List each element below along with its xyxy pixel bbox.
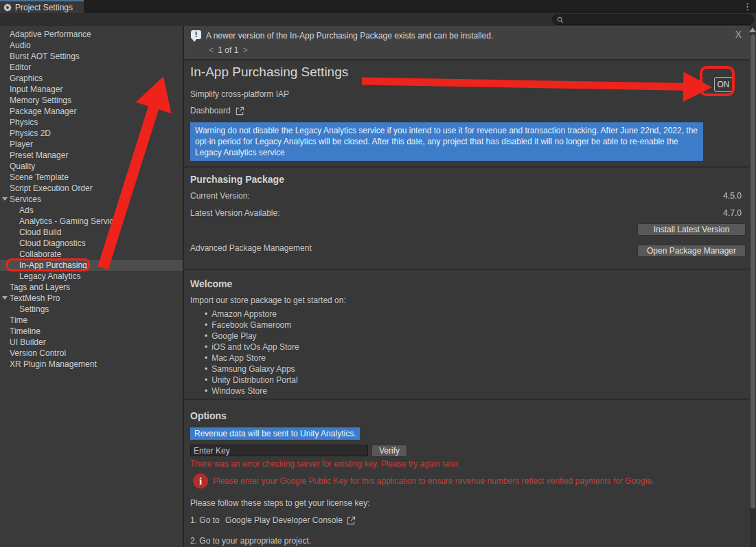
sidebar-item-label: TextMesh Pro <box>10 293 60 303</box>
sidebar-item-graphics[interactable]: Graphics <box>0 73 183 84</box>
sidebar-item-ui-builder[interactable]: UI Builder <box>0 337 183 348</box>
in-app-purchasing-settings-panel: ! A newer version of the In-App Purchasi… <box>184 26 750 547</box>
sidebar-item-preset-manager[interactable]: Preset Manager <box>0 150 183 161</box>
close-icon[interactable]: X <box>735 29 742 40</box>
title-bar: Project Settings ⋮ <box>0 0 756 13</box>
legacy-analytics-warning: Warning do not disable the Legacy Analyt… <box>190 122 703 161</box>
expander-triangle-icon[interactable] <box>2 296 8 300</box>
step-2: 2. Go to your appropriate project. <box>190 536 311 546</box>
error-info-icon: i <box>193 473 208 489</box>
pager-label: 1 of 1 <box>218 45 238 55</box>
sidebar-item-input-manager[interactable]: Input Manager <box>0 84 183 95</box>
advanced-package-management-label: Advanced Package Management <box>190 243 312 253</box>
page-title: In-App Purchasing Settings <box>190 65 348 80</box>
install-latest-version-button[interactable]: Install Latest Version <box>637 223 746 236</box>
license-steps-intro: Please follow these steps to get your li… <box>190 498 369 508</box>
pager-next-icon[interactable]: > <box>241 45 250 55</box>
google-play-console-label: Google Play Developer Console <box>225 515 343 525</box>
expander-triangle-icon[interactable] <box>2 197 8 201</box>
sidebar-item-physics[interactable]: Physics <box>0 117 183 128</box>
external-link-icon <box>236 107 244 115</box>
google-play-console-link[interactable]: Google Play Developer Console <box>225 515 356 525</box>
sidebar-item-textmesh-settings[interactable]: Settings <box>0 304 183 315</box>
sidebar-item-memory-settings[interactable]: Memory Settings <box>0 95 183 106</box>
sidebar-item-ads[interactable]: Ads <box>0 205 183 216</box>
options-header: Options <box>190 410 227 421</box>
store-list: Amazon Appstore Facebook Gameroom Google… <box>205 309 299 397</box>
toolbar <box>0 13 756 26</box>
sidebar-item-textmesh-pro[interactable]: TextMesh Pro <box>0 293 183 304</box>
google-key-warning-text: Please enter your Google Public Key for … <box>213 476 654 486</box>
package-update-notification: ! A newer version of the In-App Purchasi… <box>184 26 750 60</box>
open-package-manager-button[interactable]: Open Package Manager <box>637 245 746 257</box>
vertical-scrollbar[interactable] <box>750 26 756 547</box>
pager-prev-icon[interactable]: < <box>207 45 216 55</box>
external-link-icon <box>347 516 356 525</box>
sidebar-item-tags-and-layers[interactable]: Tags and Layers <box>0 282 183 293</box>
scrollbar-thumb[interactable] <box>751 34 755 509</box>
analytics-notice-badge: Revenue data will be sent to Unity Analy… <box>190 427 360 440</box>
sidebar-item-xr-plugin-management[interactable]: XR Plugin Management <box>0 359 183 370</box>
verify-button[interactable]: Verify <box>371 445 407 457</box>
service-subtitle: Simplify cross-platform IAP <box>190 89 289 99</box>
list-item: Unity Distribution Portal <box>205 375 299 386</box>
section-divider <box>184 269 750 270</box>
sidebar-item-collaborate[interactable]: Collaborate <box>0 249 183 260</box>
sidebar-item-legacy-analytics[interactable]: Legacy Analytics <box>0 271 183 282</box>
current-version-value: 4.5.0 <box>723 191 742 201</box>
search-input[interactable] <box>566 16 749 24</box>
list-item: Samsung Galaxy Apps <box>205 364 299 375</box>
sidebar-item-player[interactable]: Player <box>0 139 183 150</box>
latest-version-value: 4.7.0 <box>723 208 742 218</box>
notification-bubble-icon: ! <box>191 30 201 39</box>
step-1: 1. Go to Google Play Developer Console <box>190 515 356 525</box>
current-version-label: Current Version: <box>190 191 250 201</box>
section-divider <box>184 166 750 168</box>
key-check-error-text: There was an error checking server for e… <box>190 459 460 469</box>
sidebar-item-physics-2d[interactable]: Physics 2D <box>0 128 183 139</box>
notification-message: A newer version of the In-App Purchasing… <box>206 31 493 41</box>
sidebar-item-label: Services <box>10 194 41 204</box>
sidebar-item-scene-template[interactable]: Scene Template <box>0 172 183 183</box>
search-box[interactable] <box>552 14 754 25</box>
sidebar-item-package-manager[interactable]: Package Manager <box>0 106 183 117</box>
sidebar-item-timeline[interactable]: Timeline <box>0 326 183 337</box>
search-icon <box>557 16 564 23</box>
dashboard-link[interactable]: Dashboard <box>190 106 244 115</box>
sidebar-item-version-control[interactable]: Version Control <box>0 348 183 359</box>
latest-version-label: Latest Version Available: <box>190 208 280 218</box>
list-item: iOS and tvOs App Store <box>205 342 299 353</box>
welcome-header: Welcome <box>190 278 232 289</box>
sidebar-item-script-execution-order[interactable]: Script Execution Order <box>0 183 183 194</box>
sidebar-item-cloud-build[interactable]: Cloud Build <box>0 227 183 238</box>
sidebar-item-adaptive-performance[interactable]: Adaptive Performance <box>0 29 183 40</box>
sidebar-item-cloud-diagnostics[interactable]: Cloud Diagnostics <box>0 238 183 249</box>
list-item: Amazon Appstore <box>205 309 299 320</box>
service-on-toggle[interactable]: ON <box>714 77 733 92</box>
scroll-up-arrow-icon[interactable] <box>749 27 756 32</box>
sidebar-item-burst-aot-settings[interactable]: Burst AOT Settings <box>0 51 183 62</box>
list-item: Mac App Store <box>205 353 299 364</box>
kebab-menu-icon[interactable]: ⋮ <box>743 0 752 13</box>
tab-title: Project Settings <box>15 3 73 12</box>
list-item: Google Play <box>205 331 299 342</box>
sidebar-item-editor[interactable]: Editor <box>0 62 183 73</box>
sidebar-item-quality[interactable]: Quality <box>0 161 183 172</box>
list-item: Windows Store <box>205 386 299 397</box>
section-divider <box>184 399 750 400</box>
license-key-input[interactable] <box>190 445 368 456</box>
list-item: Facebook Gameroom <box>205 320 299 331</box>
gear-icon <box>3 3 12 12</box>
sidebar-item-in-app-purchasing[interactable]: In-App Purchasing <box>0 260 183 271</box>
step-1-prefix: 1. Go to <box>190 515 220 525</box>
tab-project-settings[interactable]: Project Settings <box>0 0 84 13</box>
dashboard-label: Dashboard <box>190 106 231 115</box>
sidebar-item-analytics-gaming-services[interactable]: Analytics - Gaming Services <box>0 216 183 227</box>
purchasing-package-header: Purchasing Package <box>190 174 284 185</box>
sidebar-item-time[interactable]: Time <box>0 315 183 326</box>
welcome-intro: Import our store package to get started … <box>190 295 346 305</box>
settings-category-list: Adaptive Performance Audio Burst AOT Set… <box>0 26 183 547</box>
notification-pager: < 1 of 1 > <box>207 45 250 55</box>
sidebar-item-audio[interactable]: Audio <box>0 40 183 51</box>
sidebar-item-services[interactable]: Services <box>0 194 183 205</box>
